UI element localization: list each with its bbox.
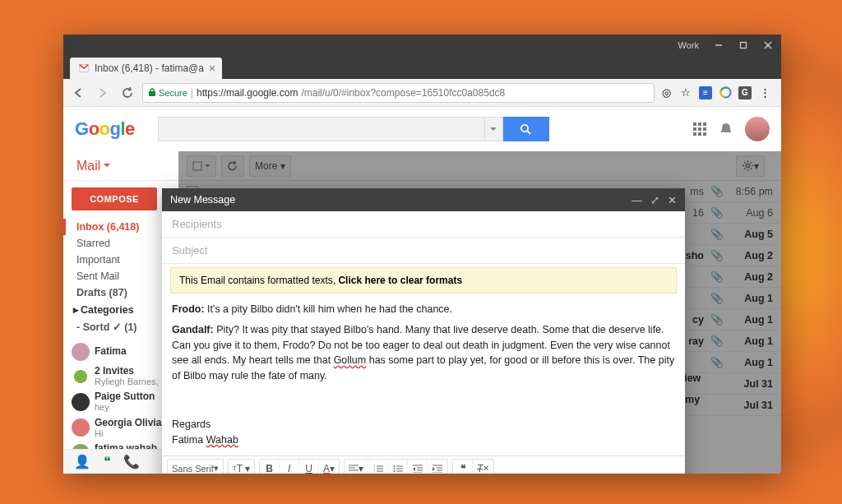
text-color-button[interactable]: A ▾: [319, 460, 339, 474]
chat-item[interactable]: Paige Suttonhey: [63, 389, 178, 414]
svg-point-8: [521, 124, 528, 131]
hangouts-tray: 👤 ❝ 📞: [63, 449, 178, 474]
chat-item-self[interactable]: Fatima▾: [63, 340, 178, 363]
recipients-field[interactable]: Recipients: [162, 211, 685, 238]
compose-button[interactable]: COMPOSE: [72, 187, 157, 210]
lock-icon: Secure: [148, 88, 187, 98]
clear-formats-link[interactable]: Click here to clear formats: [338, 275, 462, 286]
sidebar-item-sortd[interactable]: - Sortd ✓ (1): [63, 318, 178, 335]
url-host: https://mail.google.com: [197, 87, 298, 99]
search-icon: [520, 123, 532, 136]
numbered-list-button[interactable]: 12: [368, 460, 388, 474]
quote-button[interactable]: ❝: [453, 460, 473, 474]
svg-rect-18: [703, 132, 706, 136]
window-minimize-button[interactable]: [710, 37, 727, 53]
subject-field[interactable]: Subject: [162, 238, 685, 264]
close-icon[interactable]: ×: [209, 62, 215, 75]
forward-button[interactable]: [93, 83, 113, 103]
notifications-icon[interactable]: [719, 122, 733, 136]
phone-icon[interactable]: 📞: [124, 455, 139, 469]
svg-rect-1: [741, 43, 747, 49]
compose-minimize-icon[interactable]: —: [632, 194, 642, 206]
align-button[interactable]: ▾: [345, 460, 368, 474]
extension-icon-1[interactable]: ≡: [699, 86, 712, 99]
apps-grid-icon[interactable]: [692, 122, 707, 136]
secure-label: Secure: [159, 88, 187, 98]
compose-popout-icon[interactable]: ⤢: [650, 194, 659, 206]
window-close-button[interactable]: [760, 37, 776, 53]
back-button[interactable]: [68, 83, 88, 103]
sidebar-item-important[interactable]: Important: [63, 252, 178, 268]
url-path: /mail/u/0/#inbox?compose=16510fcc0a085dc…: [301, 87, 505, 99]
bullet-list-button[interactable]: [388, 460, 408, 474]
browser-tab[interactable]: Inbox (6,418) - fatima@a ×: [70, 58, 222, 79]
bold-button[interactable]: B: [260, 460, 280, 474]
svg-rect-16: [693, 132, 696, 136]
hangouts-icon[interactable]: ❝: [99, 455, 114, 469]
search-input[interactable]: [159, 123, 484, 136]
svg-text:2: 2: [373, 466, 376, 470]
compose-title: New Message: [170, 194, 235, 206]
window-titlebar: Work: [63, 35, 781, 56]
search-box: [158, 117, 503, 141]
svg-rect-4: [149, 91, 155, 96]
font-family-button[interactable]: Sans Serif ▾: [168, 460, 223, 474]
account-avatar[interactable]: [745, 117, 770, 141]
indent-more-button[interactable]: [428, 460, 447, 474]
browser-window: Work Inbox (6,418) - fatima@a × Secure |…: [63, 35, 781, 474]
svg-rect-12: [703, 123, 706, 126]
svg-rect-11: [698, 123, 701, 126]
sidebar: COMPOSE Inbox (6,418) Starred Important …: [63, 181, 178, 474]
sidebar-categories[interactable]: ▸ Categories: [63, 301, 178, 318]
indent-less-button[interactable]: [408, 460, 428, 474]
browser-tab-bar: Inbox (6,418) - fatima@a ×: [63, 56, 781, 79]
sidebar-item-starred[interactable]: Starred: [63, 235, 178, 252]
tab-title: Inbox (6,418) - fatima@a: [95, 62, 204, 74]
no-tracking-icon[interactable]: ◎: [659, 86, 673, 99]
reload-button[interactable]: [118, 83, 137, 103]
extension-icon-2[interactable]: [719, 86, 732, 99]
compose-body[interactable]: Frodo: It's a pity Bilbo didn't kill him…: [162, 294, 685, 455]
google-header: Google: [63, 107, 781, 151]
header-right: [692, 117, 770, 141]
banner-text: This Email contains formatted texts,: [179, 275, 338, 286]
remove-format-button[interactable]: T✕: [473, 460, 493, 474]
sidebar-item-sent[interactable]: Sent Mail: [63, 268, 178, 284]
svg-rect-10: [693, 123, 696, 126]
chat-item[interactable]: Georgia OliviaHi: [63, 415, 178, 441]
italic-button[interactable]: I: [280, 460, 299, 474]
svg-rect-14: [698, 127, 701, 131]
search-button[interactable]: [503, 117, 549, 141]
window-profile-label: Work: [678, 40, 699, 50]
format-banner: This Email contains formatted texts, Cli…: [170, 267, 677, 294]
gmail-favicon-icon: [78, 62, 90, 74]
address-bar-actions: ◎ ☆ ≡ G ⋮: [659, 86, 776, 99]
svg-rect-15: [703, 127, 706, 131]
caret-down-icon: [104, 164, 110, 168]
google-logo[interactable]: Google: [75, 118, 135, 140]
search-area: [158, 117, 669, 141]
font-size-button[interactable]: TT ▾: [229, 460, 254, 474]
search-dropdown-button[interactable]: [484, 118, 502, 141]
mail-label[interactable]: Mail: [63, 151, 178, 180]
chat-item[interactable]: 2 InvitesRyliegh Barnes,: [63, 363, 178, 389]
url-field[interactable]: Secure | https://mail.google.com/mail/u/…: [142, 83, 655, 103]
sidebar-item-drafts[interactable]: Drafts (87): [63, 284, 178, 301]
svg-point-40: [393, 465, 395, 467]
person-icon[interactable]: 👤: [75, 455, 90, 469]
format-toolbar: Sans Serif ▾ TT ▾ B I U A ▾ ▾ 12 ❝: [162, 455, 685, 474]
compose-header[interactable]: New Message — ⤢ ✕: [162, 188, 685, 211]
svg-line-9: [528, 131, 531, 134]
underline-button[interactable]: U: [299, 460, 319, 474]
bookmark-star-icon[interactable]: ☆: [679, 86, 692, 99]
svg-point-41: [393, 468, 395, 469]
sidebar-item-inbox[interactable]: Inbox (6,418): [63, 219, 178, 235]
sidebar-nav: Inbox (6,418) Starred Important Sent Mai…: [63, 219, 178, 335]
svg-point-42: [393, 470, 395, 472]
browser-menu-button[interactable]: ⋮: [758, 86, 771, 99]
compose-close-icon[interactable]: ✕: [668, 194, 677, 206]
extension-icon-3[interactable]: G: [738, 86, 752, 99]
svg-rect-13: [693, 127, 696, 131]
window-maximize-button[interactable]: [735, 37, 752, 53]
compose-window: New Message — ⤢ ✕ Recipients Subject Thi…: [162, 188, 685, 474]
